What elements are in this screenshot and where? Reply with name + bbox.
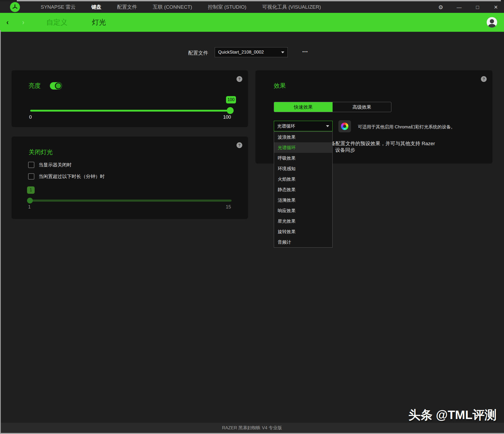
- effects-title: 效果: [274, 82, 286, 90]
- idle-slider-track[interactable]: [27, 200, 232, 202]
- display-off-checkbox[interactable]: [28, 162, 34, 168]
- idle-value-badge: 1: [27, 186, 35, 194]
- brightness-help-icon[interactable]: ?: [237, 76, 242, 82]
- effect-select[interactable]: 光谱循环: [274, 121, 333, 131]
- preset-note-line1: 设备配置文件的预设效果，并可与其他支持 Razer: [326, 140, 435, 147]
- close-icon[interactable]: ✕: [492, 5, 499, 10]
- idle-slider-knob[interactable]: [27, 198, 33, 203]
- window-frame-top: [17, 0, 501, 1]
- user-avatar[interactable]: [487, 17, 497, 28]
- toggle-knob: [55, 82, 62, 89]
- avatar-head-icon: [490, 19, 494, 23]
- dropdown-option-ripple[interactable]: 涟漪效果: [274, 195, 332, 205]
- watermark-text: 头条 @TML评测: [408, 407, 497, 423]
- brightness-value-badge: 100: [226, 96, 236, 103]
- brightness-slider-knob[interactable]: [227, 107, 234, 114]
- menu-item-studio[interactable]: 控制室 (STUDIO): [208, 4, 246, 11]
- lights-off-help-icon[interactable]: ?: [237, 142, 242, 148]
- avatar-body-icon: [488, 24, 496, 28]
- dropdown-option-audio-meter[interactable]: 音频计: [274, 237, 332, 247]
- menu-item-visualizer[interactable]: 可视化工具 (VISUALIZER): [262, 4, 321, 11]
- effect-select-value: 光谱循环: [277, 123, 326, 129]
- tab-quick-effects[interactable]: 快速效果: [274, 102, 333, 112]
- razer-logo-icon[interactable]: [10, 2, 20, 12]
- dropdown-option-static[interactable]: 静态效果: [274, 184, 332, 195]
- menu-item-connect[interactable]: 互联 (CONNECT): [153, 4, 192, 11]
- navbar: ‹ › 自定义 灯光: [0, 13, 504, 32]
- effects-tabs: 快速效果 高级效果: [274, 102, 391, 112]
- brightness-title: 亮度: [29, 82, 41, 90]
- menu-item-keyboard[interactable]: 键盘: [91, 4, 101, 11]
- effects-help-icon[interactable]: ?: [481, 76, 487, 82]
- idle-min-label: 1: [28, 204, 31, 210]
- idle-timeout-checkbox[interactable]: [28, 173, 34, 180]
- dropdown-option-wave[interactable]: 波浪效果: [274, 132, 332, 142]
- display-off-label: 当显示器关闭时: [39, 162, 72, 168]
- dropdown-option-starlight[interactable]: 星光效果: [274, 216, 332, 226]
- preset-note-line2: 设备同步: [335, 147, 355, 154]
- dropdown-option-spectrum[interactable]: 光谱循环: [274, 142, 332, 153]
- minimize-icon[interactable]: —: [456, 5, 463, 10]
- profile-select-value: QuickStart_2108_0002: [218, 50, 281, 55]
- forward-arrow-icon[interactable]: ›: [22, 18, 24, 27]
- device-name: RAZER 黑寡妇蜘蛛 V4 专业版: [222, 425, 282, 431]
- idle-timeout-row: 当闲置超过以下时长（分钟）时: [28, 173, 105, 180]
- effect-dropdown-list: 波浪效果 光谱循环 呼吸效果 环境感知 火焰效果 静态效果 涟漪效果 响应效果 …: [274, 132, 333, 248]
- window-controls: ⚙ — □ ✕: [437, 1, 499, 13]
- lights-off-title: 关闭灯光: [29, 148, 53, 156]
- profile-label: 配置文件: [171, 50, 208, 56]
- window-frame-bottom: [0, 433, 504, 434]
- titlebar-menu: SYNAPSE 雷云 键盘 配置文件 互联 (CONNECT) 控制室 (STU…: [41, 1, 321, 13]
- dropdown-option-wheel[interactable]: 旋转效果: [274, 226, 332, 237]
- dropdown-option-fire[interactable]: 火焰效果: [274, 174, 332, 184]
- menu-item-synapse[interactable]: SYNAPSE 雷云: [41, 4, 76, 11]
- titlebar: SYNAPSE 雷云 键盘 配置文件 互联 (CONNECT) 控制室 (STU…: [0, 1, 504, 13]
- tab-customize[interactable]: 自定义: [46, 18, 67, 27]
- idle-timeout-label: 当闲置超过以下时长（分钟）时: [39, 173, 105, 180]
- dropdown-option-reactive[interactable]: 响应效果: [274, 205, 332, 216]
- display-off-row: 当显示器关闭时: [28, 162, 72, 168]
- chevron-down-icon: [326, 125, 329, 127]
- profile-select[interactable]: QuickStart_2108_0002: [215, 47, 288, 57]
- dropdown-option-breathing[interactable]: 呼吸效果: [274, 153, 332, 163]
- settings-gear-icon[interactable]: ⚙: [437, 4, 444, 10]
- tab-advanced-effects[interactable]: 高级效果: [333, 102, 391, 112]
- brightness-toggle[interactable]: [50, 82, 62, 90]
- chevron-down-icon: [281, 51, 284, 53]
- tab-lighting[interactable]: 灯光: [92, 18, 106, 27]
- chroma-note: 可适用于其他启用 Chroma幻彩灯光系统的设备。: [358, 124, 455, 130]
- dropdown-option-ambient[interactable]: 环境感知: [274, 163, 332, 174]
- brightness-panel: 亮度 ? 100 0 100: [12, 70, 248, 127]
- brightness-min-label: 0: [29, 114, 32, 120]
- chroma-tile: [338, 120, 351, 132]
- brightness-slider-track[interactable]: [30, 110, 230, 112]
- window-frame-left: [0, 30, 1, 433]
- maximize-icon[interactable]: □: [474, 5, 481, 10]
- chroma-wheel-icon: [341, 123, 348, 130]
- profile-more-button[interactable]: •••: [302, 49, 308, 54]
- idle-max-label: 15: [226, 204, 231, 210]
- statusbar: RAZER 黑寡妇蜘蛛 V4 专业版: [0, 423, 504, 433]
- brightness-max-label: 100: [223, 114, 231, 120]
- menu-item-profiles[interactable]: 配置文件: [117, 4, 137, 11]
- back-arrow-icon[interactable]: ‹: [6, 18, 9, 27]
- lights-off-panel: 关闭灯光 ? 当显示器关闭时 当闲置超过以下时长（分钟）时 1 1 15: [12, 137, 248, 219]
